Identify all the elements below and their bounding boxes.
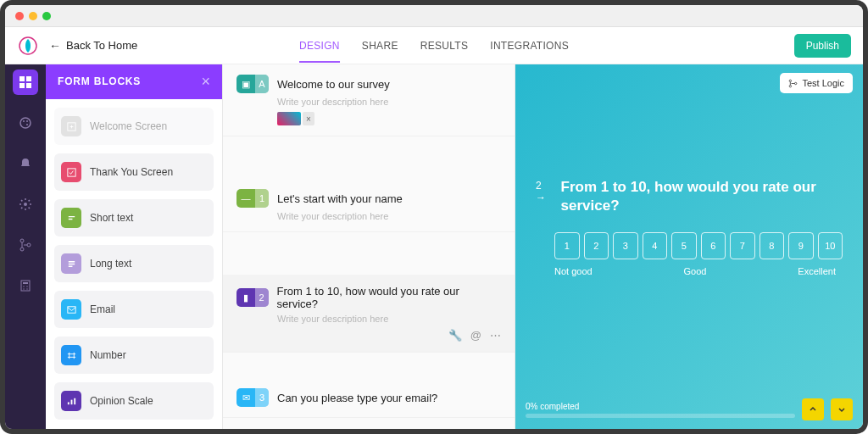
palette-icon xyxy=(19,116,32,130)
question-item-welcome[interactable]: ▣A Welcome to our survey Write your desc… xyxy=(223,64,515,136)
svg-point-11 xyxy=(20,248,24,251)
blocks-panel-close[interactable]: × xyxy=(201,73,210,91)
iconbar-logic[interactable] xyxy=(13,232,38,258)
block-opinion-scale[interactable]: Opinion Scale xyxy=(54,382,214,420)
svg-point-26 xyxy=(790,85,792,86)
scale-label-mid: Good xyxy=(593,266,798,276)
iconbar-blocks[interactable] xyxy=(13,70,38,95)
arrow-left-icon: ← xyxy=(49,39,61,53)
publish-button[interactable]: Publish xyxy=(794,34,851,58)
tab-results[interactable]: RESULTS xyxy=(420,28,469,63)
scale-option-4[interactable]: 4 xyxy=(643,232,668,259)
svg-point-7 xyxy=(26,120,28,122)
tab-design[interactable]: DESIGN xyxy=(299,28,340,63)
block-label: Welcome Screen xyxy=(90,120,167,132)
block-email[interactable]: Email xyxy=(54,291,214,328)
block-short-text[interactable]: Short text xyxy=(54,199,214,236)
scale-option-5[interactable]: 5 xyxy=(671,232,697,259)
svg-point-12 xyxy=(27,243,31,247)
tool-more-icon[interactable]: ⋯ xyxy=(490,329,501,342)
svg-point-6 xyxy=(23,120,25,122)
scale-option-3[interactable]: 3 xyxy=(613,232,638,259)
preview-next-button[interactable] xyxy=(831,398,853,420)
question-desc-placeholder[interactable]: Write your description here xyxy=(277,314,501,324)
iconbar-calculator[interactable] xyxy=(13,273,38,298)
iconbar-theme[interactable] xyxy=(13,110,38,136)
scale-option-2[interactable]: 2 xyxy=(584,232,609,259)
block-label: Email xyxy=(90,303,115,315)
svg-rect-2 xyxy=(26,76,31,81)
scale-option-1[interactable]: 1 xyxy=(554,232,580,259)
question-title: Can you please type your email? xyxy=(277,392,437,404)
scale-option-8[interactable]: 8 xyxy=(760,232,785,259)
opinion-scale-row: 1 2 3 4 5 6 7 8 9 10 xyxy=(536,232,843,259)
form-preview: Test Logic 2 → From 1 to 10, how would y… xyxy=(515,64,863,429)
header-tabs: DESIGN SHARE RESULTS INTEGRATIONS xyxy=(299,28,569,63)
question-desc-placeholder[interactable]: Write your description here xyxy=(277,211,501,221)
iconbar-settings[interactable] xyxy=(13,192,38,217)
question-title: Welcome to our survey xyxy=(277,78,390,91)
mac-titlebar xyxy=(5,5,863,27)
iconbar-notifications[interactable] xyxy=(13,151,38,176)
tab-integrations[interactable]: INTEGRATIONS xyxy=(490,28,569,63)
block-thank-you[interactable]: Thank You Screen xyxy=(54,153,214,191)
scale-badge-icon: ▮ xyxy=(236,288,255,307)
preview-prev-button[interactable] xyxy=(802,398,824,420)
welcome-icon xyxy=(61,116,81,136)
blocks-list: Welcome Screen Thank You Screen Short te… xyxy=(46,99,222,428)
question-badge: 1 xyxy=(255,189,269,208)
mac-close-button[interactable] xyxy=(15,12,24,20)
test-logic-button[interactable]: Test Logic xyxy=(780,73,853,93)
block-number[interactable]: Number xyxy=(54,337,214,374)
question-item-email[interactable]: ✉3 Can you please type your email? xyxy=(223,378,515,418)
bell-icon xyxy=(19,157,32,170)
blocks-panel: FORM BLOCKS × Welcome Screen Thank You S… xyxy=(46,64,222,429)
welcome-badge-icon: ▣ xyxy=(236,75,255,93)
opinion-scale-icon xyxy=(61,391,81,411)
blocks-panel-header: FORM BLOCKS × xyxy=(46,64,222,99)
attachment-remove[interactable]: × xyxy=(303,112,314,125)
email-icon xyxy=(61,299,81,320)
app-body: FORM BLOCKS × Welcome Screen Thank You S… xyxy=(5,64,863,429)
tool-at-icon[interactable]: @ xyxy=(470,329,481,342)
block-label: Thank You Screen xyxy=(90,166,173,178)
scale-label-right: Excellent xyxy=(798,266,836,276)
number-icon xyxy=(61,345,81,365)
scale-option-10[interactable]: 10 xyxy=(818,232,843,259)
svg-rect-23 xyxy=(70,399,72,404)
block-welcome-screen[interactable]: Welcome Screen xyxy=(54,108,214,145)
block-long-text[interactable]: Long text xyxy=(54,245,214,282)
back-to-home-link[interactable]: ← Back To Home xyxy=(49,39,137,53)
svg-rect-3 xyxy=(19,83,25,88)
question-item-rating[interactable]: ▮2 From 1 to 10, how would you rate our … xyxy=(223,275,515,353)
question-title: From 1 to 10, how would you rate our ser… xyxy=(277,285,501,310)
svg-rect-14 xyxy=(23,282,28,284)
tool-wrench-icon[interactable]: 🔧 xyxy=(448,329,462,342)
chevron-up-icon xyxy=(809,405,817,414)
question-editor: ▣A Welcome to our survey Write your desc… xyxy=(222,64,515,429)
question-badge: 3 xyxy=(255,388,269,407)
question-desc-placeholder[interactable]: Write your description here xyxy=(277,97,501,107)
app-header: ← Back To Home DESIGN SHARE RESULTS INTE… xyxy=(5,27,863,64)
svg-point-17 xyxy=(23,288,24,289)
scale-label-left: Not good xyxy=(554,266,593,276)
block-label: Opinion Scale xyxy=(90,395,153,407)
block-label: Number xyxy=(90,349,126,361)
scale-option-7[interactable]: 7 xyxy=(730,232,755,259)
progress-bar xyxy=(526,414,795,418)
test-logic-label: Test Logic xyxy=(802,78,844,88)
svg-point-18 xyxy=(26,288,27,289)
attachment-thumb[interactable] xyxy=(277,112,301,125)
preview-question-text: From 1 to 10, how would you rate our ser… xyxy=(561,178,843,215)
preview-question-number: 2 → xyxy=(536,180,553,203)
svg-rect-24 xyxy=(74,398,75,403)
grid-icon xyxy=(19,75,32,89)
svg-point-15 xyxy=(23,286,24,287)
question-item-name[interactable]: —1 Let's start with your name Write your… xyxy=(223,179,515,232)
scale-option-9[interactable]: 9 xyxy=(788,232,814,259)
question-attachment: × xyxy=(277,112,501,125)
tab-share[interactable]: SHARE xyxy=(362,28,398,63)
mac-minimize-button[interactable] xyxy=(29,12,37,20)
mac-fullscreen-button[interactable] xyxy=(42,12,51,20)
scale-option-6[interactable]: 6 xyxy=(701,232,726,259)
